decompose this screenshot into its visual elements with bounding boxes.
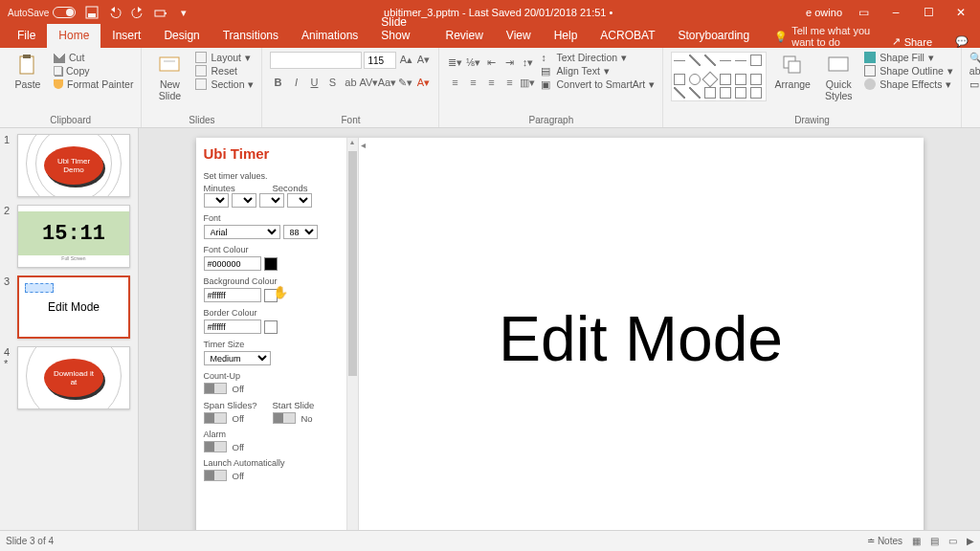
format-painter-button[interactable]: Format Painter	[54, 78, 133, 90]
seconds-tens-select[interactable]: 1	[259, 193, 284, 208]
font-family-select-pane[interactable]: Arial	[204, 225, 280, 239]
tab-acrobat[interactable]: ACROBAT	[589, 24, 666, 48]
find-button[interactable]: 🔍Find	[969, 52, 980, 63]
start-slide-toggle[interactable]	[273, 412, 296, 424]
shadow-button[interactable]: ab	[343, 75, 358, 90]
select-button[interactable]: ▭Select ▾	[969, 78, 980, 90]
font-color-button[interactable]: A▾	[415, 75, 431, 90]
line-spacing-button[interactable]: ↕▾	[520, 55, 535, 70]
slide-thumb-1[interactable]: Ubi Timer Demo	[17, 134, 130, 197]
text-direction-button[interactable]: ↕Text Direction ▾	[541, 52, 655, 63]
increase-indent-button[interactable]: ⇥	[501, 55, 517, 70]
slide-body[interactable]: Edit Mode	[359, 138, 924, 530]
maximize-icon[interactable]: ☐	[917, 6, 940, 19]
tab-view[interactable]: View	[495, 24, 543, 48]
font-family-select[interactable]	[270, 52, 362, 69]
pane-scrollbar[interactable]: ▴ ▾	[346, 138, 358, 530]
seconds-ones-select[interactable]: 0	[287, 193, 312, 208]
bullets-button[interactable]: ≣▾	[447, 55, 462, 70]
paste-button[interactable]: Paste	[8, 52, 48, 90]
char-spacing-button[interactable]: AV▾	[361, 75, 376, 90]
arrange-button[interactable]: Arrange	[772, 52, 813, 90]
tab-design[interactable]: Design	[152, 24, 211, 48]
layout-button[interactable]: Layout ▾	[195, 52, 254, 63]
tab-help[interactable]: Help	[543, 24, 590, 48]
shape-effects-button[interactable]: Shape Effects ▾	[864, 78, 953, 90]
change-case-button[interactable]: Aa▾	[379, 75, 394, 90]
font-colour-swatch[interactable]	[264, 257, 278, 271]
scroll-up-icon[interactable]: ▴	[347, 138, 358, 149]
border-colour-input[interactable]	[204, 320, 261, 334]
tab-file[interactable]: File	[6, 24, 47, 48]
from-beginning-icon[interactable]	[154, 6, 167, 19]
count-up-toggle[interactable]	[204, 383, 227, 394]
new-slide-button[interactable]: New Slide	[149, 52, 189, 101]
alarm-toggle[interactable]	[204, 441, 227, 452]
minimize-icon[interactable]: –	[884, 6, 907, 19]
tab-transitions[interactable]: Transitions	[212, 24, 290, 48]
launch-toggle[interactable]	[204, 470, 227, 481]
slide-counter[interactable]: Slide 3 of 4	[6, 536, 54, 546]
autosave-toggle[interactable]: AutoSave	[8, 7, 76, 18]
slide-title-text[interactable]: Edit Mode	[499, 302, 783, 375]
numbering-button[interactable]: ⅛▾	[465, 55, 480, 70]
undo-icon[interactable]	[108, 6, 122, 19]
shape-outline-button[interactable]: Shape Outline ▾	[864, 65, 953, 77]
decrease-font-icon[interactable]: A▾	[415, 52, 431, 67]
tell-me-search[interactable]: 💡Tell me what you want to do	[774, 25, 880, 48]
decrease-indent-button[interactable]: ⇤	[483, 55, 499, 70]
view-sorter-icon[interactable]: ▤	[930, 536, 939, 546]
slide-thumb-4[interactable]: Download it at	[17, 346, 130, 409]
timer-size-select[interactable]: Medium	[204, 351, 271, 365]
user-name[interactable]: e owino	[806, 7, 842, 18]
slide-thumb-3[interactable]: Edit Mode	[17, 276, 130, 339]
section-button[interactable]: Section ▾	[195, 78, 254, 90]
tab-animations[interactable]: Animations	[290, 24, 369, 48]
scroll-down-icon[interactable]: ▾	[347, 528, 358, 530]
notes-button[interactable]: ≐ Notes	[867, 536, 902, 546]
font-colour-input[interactable]	[204, 256, 261, 271]
collapse-pane-icon[interactable]: ◂	[361, 140, 366, 150]
tab-storyboarding[interactable]: Storyboarding	[666, 24, 761, 48]
shape-fill-button[interactable]: Shape Fill ▾	[864, 52, 953, 63]
qat-dropdown-icon[interactable]: ▾	[177, 6, 190, 19]
border-colour-swatch[interactable]	[264, 320, 278, 334]
bg-colour-input[interactable]	[204, 288, 261, 302]
replace-button[interactable]: abReplace ▾	[969, 65, 980, 77]
increase-font-icon[interactable]: A▴	[398, 52, 413, 67]
convert-smartart-button[interactable]: ▣Convert to SmartArt ▾	[541, 78, 655, 90]
cut-button[interactable]: Cut	[54, 52, 133, 63]
quick-styles-button[interactable]: Quick Styles	[818, 52, 858, 101]
copy-button[interactable]: Copy	[54, 65, 133, 77]
scroll-thumb[interactable]	[348, 151, 357, 376]
tab-insert[interactable]: Insert	[100, 24, 152, 48]
strikethrough-button[interactable]: S	[324, 75, 340, 90]
view-normal-icon[interactable]: ▦	[912, 536, 921, 546]
comments-icon[interactable]: 💬	[944, 35, 980, 48]
columns-button[interactable]: ▥▾	[520, 75, 535, 90]
justify-button[interactable]: ≡	[501, 75, 517, 90]
slide-thumb-2[interactable]: 15:11 Full Screen	[17, 205, 130, 268]
save-icon[interactable]	[85, 6, 99, 19]
align-right-button[interactable]: ≡	[483, 75, 499, 90]
align-text-button[interactable]: ▤Align Text ▾	[541, 65, 655, 77]
slide-thumbnails-pane[interactable]: 1 Ubi Timer Demo 2 15:11 Full Screen 3 E…	[0, 128, 139, 530]
minutes-ones-select[interactable]: 0	[232, 193, 256, 208]
slide-editor[interactable]: Ubi Timer Set timer values. Minutes Seco…	[139, 128, 980, 530]
italic-button[interactable]: I	[288, 75, 303, 90]
share-button[interactable]: ↗Share	[880, 35, 944, 48]
redo-icon[interactable]	[131, 6, 145, 19]
view-reading-icon[interactable]: ▭	[948, 536, 957, 546]
tab-review[interactable]: Review	[434, 24, 495, 48]
tab-slideshow[interactable]: Slide Show	[369, 11, 434, 48]
align-left-button[interactable]: ≡	[447, 75, 462, 90]
span-slides-toggle[interactable]	[204, 412, 227, 424]
highlight-button[interactable]: ✎▾	[397, 75, 412, 90]
font-size-select[interactable]	[364, 52, 396, 69]
font-size-select-pane[interactable]: 88	[283, 225, 318, 239]
view-slideshow-icon[interactable]: ▶	[967, 536, 974, 546]
shapes-gallery[interactable]	[671, 52, 767, 101]
bold-button[interactable]: B	[270, 75, 285, 90]
align-center-button[interactable]: ≡	[465, 75, 480, 90]
minutes-tens-select[interactable]: 2	[204, 193, 229, 208]
